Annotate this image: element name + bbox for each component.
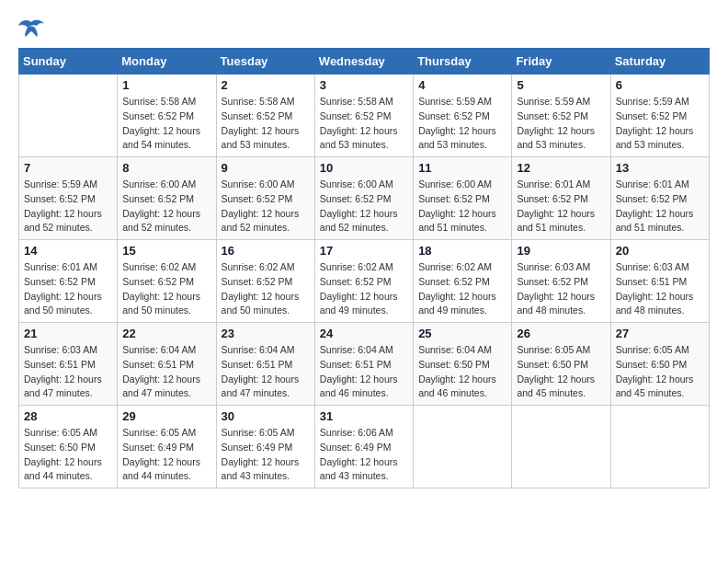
- day-number: 1: [122, 78, 210, 92]
- day-number: 16: [222, 244, 310, 258]
- header-cell-sunday: Sunday: [19, 49, 118, 75]
- calendar-cell: 23Sunrise: 6:04 AMSunset: 6:51 PMDayligh…: [216, 323, 314, 406]
- calendar-cell: 27Sunrise: 6:05 AMSunset: 6:50 PMDayligh…: [610, 323, 709, 406]
- day-number: 5: [517, 78, 605, 92]
- calendar-cell: 25Sunrise: 6:04 AMSunset: 6:50 PMDayligh…: [414, 323, 512, 406]
- day-number: 14: [24, 244, 112, 258]
- day-number: 8: [122, 161, 210, 175]
- day-number: 20: [616, 244, 704, 258]
- calendar-cell: 29Sunrise: 6:05 AMSunset: 6:49 PMDayligh…: [118, 406, 216, 488]
- logo: [18, 18, 48, 39]
- logo-bird-icon: [18, 18, 44, 39]
- calendar-body: 1Sunrise: 5:58 AMSunset: 6:52 PMDaylight…: [19, 75, 710, 488]
- day-number: 24: [320, 327, 408, 340]
- day-number: 23: [222, 327, 310, 340]
- day-info: Sunrise: 6:05 AMSunset: 6:49 PMDaylight:…: [122, 426, 210, 484]
- day-number: 17: [320, 244, 408, 258]
- day-info: Sunrise: 6:05 AMSunset: 6:50 PMDaylight:…: [616, 343, 704, 401]
- day-info: Sunrise: 6:03 AMSunset: 6:52 PMDaylight:…: [517, 260, 605, 318]
- day-number: 13: [616, 161, 704, 175]
- day-number: 30: [222, 409, 310, 423]
- day-info: Sunrise: 6:05 AMSunset: 6:50 PMDaylight:…: [24, 426, 112, 484]
- header-cell-friday: Friday: [512, 49, 610, 75]
- day-number: 15: [122, 244, 210, 258]
- day-number: 27: [616, 327, 704, 340]
- day-info: Sunrise: 6:04 AMSunset: 6:51 PMDaylight:…: [222, 343, 310, 401]
- day-info: Sunrise: 6:02 AMSunset: 6:52 PMDaylight:…: [122, 260, 210, 318]
- header-cell-monday: Monday: [118, 49, 216, 75]
- week-row-4: 21Sunrise: 6:03 AMSunset: 6:51 PMDayligh…: [19, 323, 710, 406]
- calendar-cell: [610, 406, 709, 488]
- calendar-cell: 31Sunrise: 6:06 AMSunset: 6:49 PMDayligh…: [314, 406, 413, 488]
- day-info: Sunrise: 6:02 AMSunset: 6:52 PMDaylight:…: [222, 260, 310, 318]
- calendar-cell: 3Sunrise: 5:58 AMSunset: 6:52 PMDaylight…: [314, 75, 413, 157]
- calendar-cell: 12Sunrise: 6:01 AMSunset: 6:52 PMDayligh…: [512, 157, 610, 240]
- day-number: 2: [222, 78, 310, 92]
- day-number: 9: [222, 161, 310, 175]
- week-row-1: 1Sunrise: 5:58 AMSunset: 6:52 PMDaylight…: [19, 75, 710, 157]
- calendar-cell: 18Sunrise: 6:02 AMSunset: 6:52 PMDayligh…: [414, 240, 512, 323]
- day-number: 11: [418, 161, 506, 175]
- calendar-cell: 6Sunrise: 5:59 AMSunset: 6:52 PMDaylight…: [610, 75, 709, 157]
- calendar-cell: 2Sunrise: 5:58 AMSunset: 6:52 PMDaylight…: [216, 75, 314, 157]
- calendar-cell: 13Sunrise: 6:01 AMSunset: 6:52 PMDayligh…: [610, 157, 709, 240]
- day-number: 12: [517, 161, 605, 175]
- day-info: Sunrise: 6:04 AMSunset: 6:50 PMDaylight:…: [418, 343, 506, 401]
- calendar-cell: 16Sunrise: 6:02 AMSunset: 6:52 PMDayligh…: [216, 240, 314, 323]
- day-info: Sunrise: 6:00 AMSunset: 6:52 PMDaylight:…: [418, 178, 506, 236]
- day-info: Sunrise: 6:02 AMSunset: 6:52 PMDaylight:…: [320, 260, 408, 318]
- calendar-cell: 28Sunrise: 6:05 AMSunset: 6:50 PMDayligh…: [19, 406, 118, 488]
- day-info: Sunrise: 6:04 AMSunset: 6:51 PMDaylight:…: [320, 343, 408, 401]
- header-row: SundayMondayTuesdayWednesdayThursdayFrid…: [19, 49, 710, 75]
- day-info: Sunrise: 6:05 AMSunset: 6:50 PMDaylight:…: [517, 343, 605, 401]
- day-number: 3: [320, 78, 408, 92]
- header-cell-saturday: Saturday: [610, 49, 709, 75]
- day-info: Sunrise: 6:00 AMSunset: 6:52 PMDaylight:…: [122, 178, 210, 236]
- calendar-cell: 15Sunrise: 6:02 AMSunset: 6:52 PMDayligh…: [118, 240, 216, 323]
- header-cell-thursday: Thursday: [414, 49, 512, 75]
- page-header: [18, 18, 710, 39]
- day-info: Sunrise: 6:05 AMSunset: 6:49 PMDaylight:…: [222, 426, 310, 484]
- day-number: 29: [122, 409, 210, 423]
- day-number: 7: [24, 161, 112, 175]
- day-number: 6: [616, 78, 704, 92]
- day-info: Sunrise: 6:01 AMSunset: 6:52 PMDaylight:…: [517, 178, 605, 236]
- calendar-cell: [19, 75, 118, 157]
- day-info: Sunrise: 6:01 AMSunset: 6:52 PMDaylight:…: [616, 178, 704, 236]
- week-row-2: 7Sunrise: 5:59 AMSunset: 6:52 PMDaylight…: [19, 157, 710, 240]
- day-number: 22: [122, 327, 210, 340]
- day-info: Sunrise: 6:01 AMSunset: 6:52 PMDaylight:…: [24, 260, 112, 318]
- calendar-cell: 17Sunrise: 6:02 AMSunset: 6:52 PMDayligh…: [314, 240, 413, 323]
- day-number: 18: [418, 244, 506, 258]
- calendar-cell: 4Sunrise: 5:59 AMSunset: 6:52 PMDaylight…: [414, 75, 512, 157]
- calendar-cell: 5Sunrise: 5:59 AMSunset: 6:52 PMDaylight…: [512, 75, 610, 157]
- day-info: Sunrise: 6:04 AMSunset: 6:51 PMDaylight:…: [122, 343, 210, 401]
- day-info: Sunrise: 5:59 AMSunset: 6:52 PMDaylight:…: [517, 95, 605, 153]
- calendar-cell: 22Sunrise: 6:04 AMSunset: 6:51 PMDayligh…: [118, 323, 216, 406]
- day-info: Sunrise: 6:03 AMSunset: 6:51 PMDaylight:…: [24, 343, 112, 401]
- day-info: Sunrise: 6:06 AMSunset: 6:49 PMDaylight:…: [320, 426, 408, 484]
- day-info: Sunrise: 6:00 AMSunset: 6:52 PMDaylight:…: [222, 178, 310, 236]
- header-cell-tuesday: Tuesday: [216, 49, 314, 75]
- calendar-cell: 24Sunrise: 6:04 AMSunset: 6:51 PMDayligh…: [314, 323, 413, 406]
- calendar-cell: 1Sunrise: 5:58 AMSunset: 6:52 PMDaylight…: [118, 75, 216, 157]
- day-info: Sunrise: 5:58 AMSunset: 6:52 PMDaylight:…: [122, 95, 210, 153]
- day-number: 19: [517, 244, 605, 258]
- day-info: Sunrise: 5:58 AMSunset: 6:52 PMDaylight:…: [222, 95, 310, 153]
- calendar-cell: 19Sunrise: 6:03 AMSunset: 6:52 PMDayligh…: [512, 240, 610, 323]
- day-number: 4: [418, 78, 506, 92]
- calendar-cell: 9Sunrise: 6:00 AMSunset: 6:52 PMDaylight…: [216, 157, 314, 240]
- calendar-header: SundayMondayTuesdayWednesdayThursdayFrid…: [19, 49, 710, 75]
- day-number: 21: [24, 327, 112, 340]
- calendar-cell: 14Sunrise: 6:01 AMSunset: 6:52 PMDayligh…: [19, 240, 118, 323]
- day-number: 31: [320, 409, 408, 423]
- calendar-cell: 21Sunrise: 6:03 AMSunset: 6:51 PMDayligh…: [19, 323, 118, 406]
- day-number: 26: [517, 327, 605, 340]
- day-number: 28: [24, 409, 112, 423]
- calendar-cell: 8Sunrise: 6:00 AMSunset: 6:52 PMDaylight…: [118, 157, 216, 240]
- calendar-cell: 10Sunrise: 6:00 AMSunset: 6:52 PMDayligh…: [314, 157, 413, 240]
- day-number: 25: [418, 327, 506, 340]
- day-number: 10: [320, 161, 408, 175]
- day-info: Sunrise: 5:59 AMSunset: 6:52 PMDaylight:…: [418, 95, 506, 153]
- calendar-cell: 26Sunrise: 6:05 AMSunset: 6:50 PMDayligh…: [512, 323, 610, 406]
